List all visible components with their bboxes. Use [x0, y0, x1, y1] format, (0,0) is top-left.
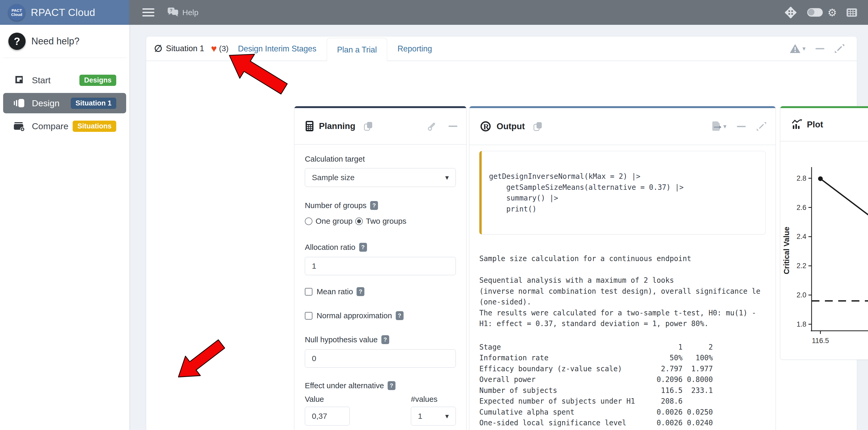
num-values-label: #values	[411, 395, 456, 404]
logo-line2: Cloud	[11, 12, 23, 17]
expand-diagonal-icon	[756, 121, 767, 132]
one-group-radio[interactable]	[305, 218, 312, 225]
minimize-button[interactable]	[448, 126, 457, 127]
mean-ratio-row: Mean ratio ?	[305, 287, 456, 296]
number-of-groups-label: Number of groups ?	[305, 201, 456, 210]
plot-header: Plot ⚙⚙	[780, 108, 868, 141]
sidebar-item-design[interactable]: Design Situation 1	[3, 93, 126, 113]
two-groups-label: Two groups	[366, 217, 406, 226]
sidebar-item-compare[interactable]: Compare Situations	[3, 116, 126, 136]
calculation-target-label: Calculation target	[305, 155, 456, 163]
caret-down-icon: ▾	[802, 45, 806, 52]
help-label: Help	[182, 8, 198, 17]
boundaries-chart: 1.82.02.22.42.62.8116.5233.1Critical Val…	[780, 160, 868, 356]
planning-form: Calculation target Sample size ▾ Number …	[294, 145, 466, 430]
favorite-heart-icon[interactable]: ♥	[211, 43, 217, 54]
theme-toggle[interactable]	[807, 0, 823, 25]
warnings-dropdown-button[interactable]: ▾	[789, 43, 806, 54]
app-title: RPACT Cloud	[31, 7, 95, 18]
question-circle-icon: ?	[8, 33, 26, 50]
allocation-ratio-label: Allocation ratio ?	[305, 243, 456, 252]
groups-radio-group: One group Two groups	[305, 217, 456, 226]
situation-title: Situation 1	[166, 44, 204, 53]
effect-under-alternative-label: Effect under alternative ?	[305, 381, 456, 390]
output-summary-text: Sample size calculation for a continuous…	[479, 253, 776, 329]
calculation-target-select[interactable]: Sample size ▾	[305, 168, 456, 187]
copy-icon[interactable]	[533, 121, 543, 132]
plot-title-label: Plot	[807, 120, 823, 130]
planning-panel: Planning Calculation target Sample size	[294, 106, 467, 430]
wrench-icon[interactable]	[428, 121, 438, 131]
two-groups-radio[interactable]	[355, 218, 363, 225]
caret-down-icon: ▾	[723, 123, 726, 130]
tab-reporting[interactable]: Reporting	[397, 44, 433, 53]
settings-gear-icon[interactable]: ⚙	[828, 0, 837, 25]
brand-header: PACT Cloud RPACT Cloud	[0, 0, 129, 25]
tab-bar: ∅ Situation 1 ♥ (3) Design Interim Stage…	[146, 37, 857, 61]
help-badge-icon[interactable]: ?	[388, 381, 396, 390]
svg-text:116.5: 116.5	[812, 337, 829, 344]
value-label: Value	[305, 395, 350, 404]
svg-text:2.0: 2.0	[797, 291, 806, 299]
tab-plan-a-trial[interactable]: Plan a Trial	[327, 38, 387, 61]
caret-down-icon: ▾	[445, 173, 449, 182]
hamburger-menu-icon[interactable]	[142, 0, 154, 25]
normal-approximation-label: Normal approximation ?	[317, 311, 404, 320]
export-dropdown-button[interactable]: ▾	[711, 121, 726, 132]
help-badge-icon[interactable]: ?	[356, 287, 364, 296]
export-file-icon	[711, 121, 722, 132]
allocation-ratio-input[interactable]	[305, 257, 456, 275]
need-help-link[interactable]: ? Need help?	[8, 33, 129, 50]
sidebar-item-label: Design	[32, 98, 60, 108]
expand-button[interactable]	[756, 121, 767, 132]
svg-text:2.4: 2.4	[797, 233, 806, 240]
rpact-logo: PACT Cloud	[8, 4, 25, 21]
expand-button[interactable]	[834, 43, 845, 54]
effect-sub-labels: Value #values	[305, 395, 456, 404]
situation-header: ∅ Situation 1 ♥ (3)	[154, 43, 228, 54]
plot-accent-bar	[780, 106, 868, 108]
svg-text:2.6: 2.6	[797, 204, 806, 211]
effect-inputs-row: 1 ▾	[305, 407, 456, 426]
caret-down-icon: ▾	[445, 412, 449, 420]
one-group-label: One group	[315, 217, 353, 226]
sidebar: ? Need help? Start Designs Design Situat…	[0, 25, 129, 430]
help-button[interactable]: ? Help	[167, 0, 198, 25]
card-actions: ▾	[789, 37, 845, 61]
null-hypothesis-label: Null hypothesis value ?	[305, 335, 456, 344]
design-icon	[13, 98, 25, 108]
tab-design-interim-stages[interactable]: Design Interim Stages	[237, 44, 317, 53]
svg-text:1.8: 1.8	[797, 320, 806, 328]
mean-ratio-checkbox[interactable]	[305, 288, 312, 296]
chart-icon	[791, 119, 802, 130]
num-values-select[interactable]: 1 ▾	[411, 407, 456, 426]
mean-ratio-label: Mean ratio ?	[317, 287, 364, 296]
situation-badge: Situation 1	[71, 98, 116, 109]
svg-text:Critical Value: Critical Value	[782, 227, 791, 274]
help-badge-icon[interactable]: ?	[381, 335, 389, 344]
r-code-text: getDesignInverseNormal(kMax = 2) |> getS…	[489, 171, 759, 214]
help-badge-icon[interactable]: ?	[370, 201, 378, 210]
fullscreen-expand-icon[interactable]	[785, 0, 797, 25]
top-bar: PACT Cloud RPACT Cloud ? Help	[0, 0, 868, 25]
chart-title: Boundaries	[780, 148, 868, 158]
normal-approximation-row: Normal approximation ?	[305, 311, 456, 320]
output-header: R Output ▾	[469, 108, 776, 145]
logo-line1: PACT	[11, 8, 22, 12]
copy-icon[interactable]	[363, 121, 374, 131]
apps-grid-icon[interactable]	[846, 0, 857, 25]
normal-approximation-checkbox[interactable]	[305, 312, 312, 320]
sidebar-item-start[interactable]: Start Designs	[3, 70, 126, 90]
expand-diagonal-icon	[834, 43, 845, 54]
favorite-count: (3)	[219, 44, 228, 53]
help-badge-icon[interactable]: ?	[359, 243, 367, 252]
empty-set-icon: ∅	[154, 43, 162, 54]
help-badge-icon[interactable]: ?	[396, 311, 404, 320]
minimize-button[interactable]	[737, 126, 746, 127]
effect-value-input[interactable]	[305, 407, 350, 426]
output-title: Output	[497, 122, 525, 131]
warning-triangle-icon	[789, 43, 801, 54]
null-hypothesis-input[interactable]	[305, 349, 456, 368]
r-logo-icon: R	[480, 121, 492, 132]
minimize-button[interactable]	[815, 48, 825, 49]
